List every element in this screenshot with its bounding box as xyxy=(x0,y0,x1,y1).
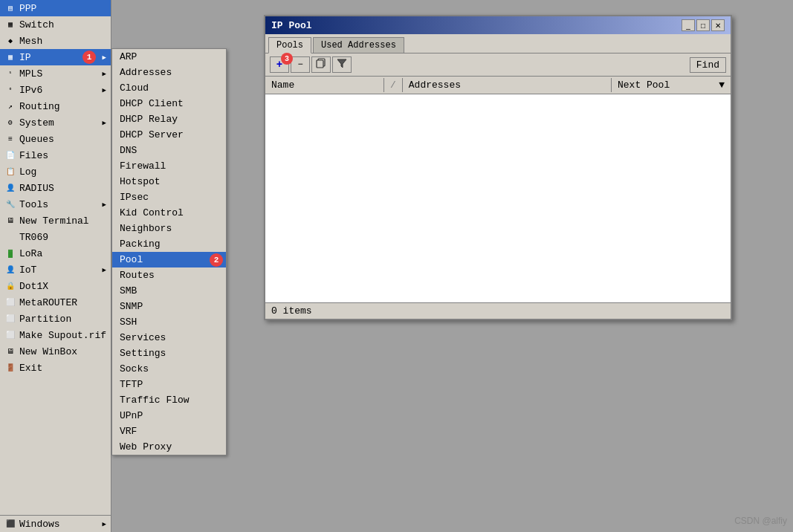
svg-marker-2 xyxy=(337,59,346,68)
window-title: IP Pool xyxy=(271,20,312,31)
dropdown-item-dhcp-client[interactable]: DHCP Client xyxy=(112,96,226,111)
filter-button[interactable] xyxy=(332,56,352,73)
lora-icon: ▓ xyxy=(4,247,16,259)
tab-used-addresses[interactable]: Used Addresses xyxy=(313,37,404,53)
dropdown-item-pool[interactable]: Pool 2 xyxy=(112,252,226,267)
sidebar-item-partition[interactable]: ⬜ Partition xyxy=(0,311,111,327)
th-slash: / xyxy=(384,78,403,92)
sidebar-item-lora[interactable]: ▓ LoRa xyxy=(0,245,111,262)
sidebar-item-switch[interactable]: ▦ Switch xyxy=(0,16,111,33)
sidebar-label-iot: IoT xyxy=(19,265,103,276)
dropdown-item-smb[interactable]: SMB xyxy=(112,283,226,299)
minimize-button[interactable]: _ xyxy=(682,19,695,31)
watermark: CSDN @alfiy xyxy=(734,516,787,526)
sidebar-item-radius[interactable]: 👤 RADIUS xyxy=(0,180,111,196)
maximize-button[interactable]: □ xyxy=(696,19,710,31)
sidebar-item-mesh[interactable]: ◆ Mesh xyxy=(0,33,111,49)
dropdown-item-web-proxy[interactable]: Web Proxy xyxy=(112,439,226,455)
sidebar-item-new-winbox[interactable]: 🖥 New WinBox xyxy=(0,343,111,360)
sidebar-label-mpls: MPLS xyxy=(19,68,103,80)
sidebar-item-make-supout[interactable]: ⬜ Make Supout.rif xyxy=(0,327,111,343)
find-button[interactable]: Find xyxy=(690,57,726,73)
dropdown-item-dns[interactable]: DNS xyxy=(112,143,226,158)
sidebar-label-mesh: Mesh xyxy=(19,36,106,47)
dropdown-item-tftp[interactable]: TFTP xyxy=(112,377,226,392)
dropdown-item-neighbors[interactable]: Neighbors xyxy=(112,221,226,236)
sidebar-label-new-terminal: New Terminal xyxy=(19,215,106,227)
tools-icon: 🔧 xyxy=(4,198,16,210)
dropdown-item-dhcp-server[interactable]: DHCP Server xyxy=(112,127,226,143)
remove-button[interactable]: − xyxy=(291,56,310,73)
sidebar-item-iot[interactable]: 👤 IoT ▶ xyxy=(0,262,111,278)
sidebar-item-system[interactable]: ⚙ System ▶ xyxy=(0,114,111,131)
next-pool-dropdown-arrow[interactable]: ▼ xyxy=(719,80,725,91)
dropdown-item-upnp[interactable]: UPnP xyxy=(112,408,226,424)
dropdown-item-cloud[interactable]: Cloud xyxy=(112,80,226,96)
mpls-arrow: ▶ xyxy=(103,70,106,78)
sidebar-item-files[interactable]: 📄 Files xyxy=(0,147,111,163)
add-badge: 3 xyxy=(281,53,293,65)
dropdown-item-ssh[interactable]: SSH xyxy=(112,314,226,330)
copy-button[interactable] xyxy=(311,56,331,73)
exit-icon: 🚪 xyxy=(4,362,16,374)
th-next-pool: Next Pool ▼ xyxy=(612,78,731,92)
ipv6-arrow: ▶ xyxy=(103,86,106,94)
dropdown-item-traffic-flow[interactable]: Traffic Flow xyxy=(112,392,226,408)
sidebar-item-tools[interactable]: 🔧 Tools ▶ xyxy=(0,196,111,213)
dropdown-item-hotspot[interactable]: Hotspot xyxy=(112,174,226,189)
sidebar-item-exit[interactable]: 🚪 Exit xyxy=(0,360,111,376)
sidebar-label-tools: Tools xyxy=(19,199,103,210)
svg-rect-1 xyxy=(317,60,323,68)
sidebar-item-mpls[interactable]: ⁵ MPLS ▶ xyxy=(0,65,111,82)
sidebar-item-dot1x[interactable]: 🔒 Dot1X xyxy=(0,278,111,294)
tab-pools[interactable]: Pools xyxy=(268,37,311,53)
ipv6-icon: ⁶ xyxy=(4,84,16,96)
queues-icon: ≡ xyxy=(4,133,16,145)
dropdown-item-routes[interactable]: Routes xyxy=(112,267,226,283)
add-button[interactable]: + 3 xyxy=(270,56,289,73)
dropdown-item-kid-control[interactable]: Kid Control xyxy=(112,205,226,221)
routing-icon: ↗ xyxy=(4,100,16,112)
dropdown-item-arp[interactable]: ARP xyxy=(112,49,226,65)
sidebar-item-queues[interactable]: ≡ Queues xyxy=(0,131,111,147)
sidebar-item-new-terminal[interactable]: 🖥 New Terminal xyxy=(0,213,111,229)
sidebar-label-queues: Queues xyxy=(19,134,106,145)
dropdown-item-vrf[interactable]: VRF xyxy=(112,424,226,439)
close-button[interactable]: ✕ xyxy=(711,19,725,31)
dot1x-icon: 🔒 xyxy=(4,280,16,292)
sidebar-label-routing: Routing xyxy=(19,101,106,112)
sidebar-item-ppp[interactable]: ▤ PPP xyxy=(0,0,111,16)
sidebar-label-new-winbox: New WinBox xyxy=(19,346,106,357)
tr069-icon xyxy=(4,231,16,243)
switch-icon: ▦ xyxy=(4,19,16,30)
dropdown-item-socks[interactable]: Socks xyxy=(112,361,226,377)
sidebar-item-ipv6[interactable]: ⁶ IPv6 ▶ xyxy=(0,82,111,98)
sidebar-label-make-supout: Make Supout.rif xyxy=(19,330,106,341)
pool-badge: 2 xyxy=(210,253,223,267)
sidebar: ▤ PPP ▦ Switch ◆ Mesh ▦ IP 1 ▶ ⁵ MPLS ▶ … xyxy=(0,0,111,532)
sidebar-item-tr069[interactable]: TR069 xyxy=(0,229,111,245)
dropdown-item-addresses[interactable]: Addresses xyxy=(112,65,226,80)
dropdown-item-services[interactable]: Services xyxy=(112,330,226,346)
dropdown-item-firewall[interactable]: Firewall xyxy=(112,158,226,174)
sidebar-item-metarouter[interactable]: ⬜ MetaROUTER xyxy=(0,294,111,311)
dropdown-item-dhcp-relay[interactable]: DHCP Relay xyxy=(112,111,226,127)
dropdown-item-ipsec[interactable]: IPsec xyxy=(112,189,226,205)
sidebar-item-routing[interactable]: ↗ Routing xyxy=(0,98,111,114)
sidebar-label-log: Log xyxy=(19,166,106,178)
sidebar-label-partition: Partition xyxy=(19,314,106,325)
sidebar-item-log[interactable]: 📋 Log xyxy=(0,163,111,180)
sidebar-label-switch: Switch xyxy=(19,19,106,30)
copy-icon xyxy=(316,58,326,71)
dropdown-item-snmp[interactable]: SNMP xyxy=(112,299,226,314)
dropdown-item-packing[interactable]: Packing xyxy=(112,236,226,252)
ip-pool-window: IP Pool _ □ ✕ Pools Used Addresses + 3 − xyxy=(264,15,732,320)
new-winbox-icon: 🖥 xyxy=(4,346,16,357)
ppp-icon: ▤ xyxy=(4,2,16,14)
make-supout-icon: ⬜ xyxy=(4,329,16,341)
mpls-icon: ⁵ xyxy=(4,68,16,80)
sidebar-item-ip[interactable]: ▦ IP 1 ▶ xyxy=(0,49,111,65)
sidebar-item-windows[interactable]: ⬛ Windows ▶ xyxy=(0,516,111,532)
sidebar-label-files: Files xyxy=(19,150,106,161)
dropdown-item-settings[interactable]: Settings xyxy=(112,346,226,361)
